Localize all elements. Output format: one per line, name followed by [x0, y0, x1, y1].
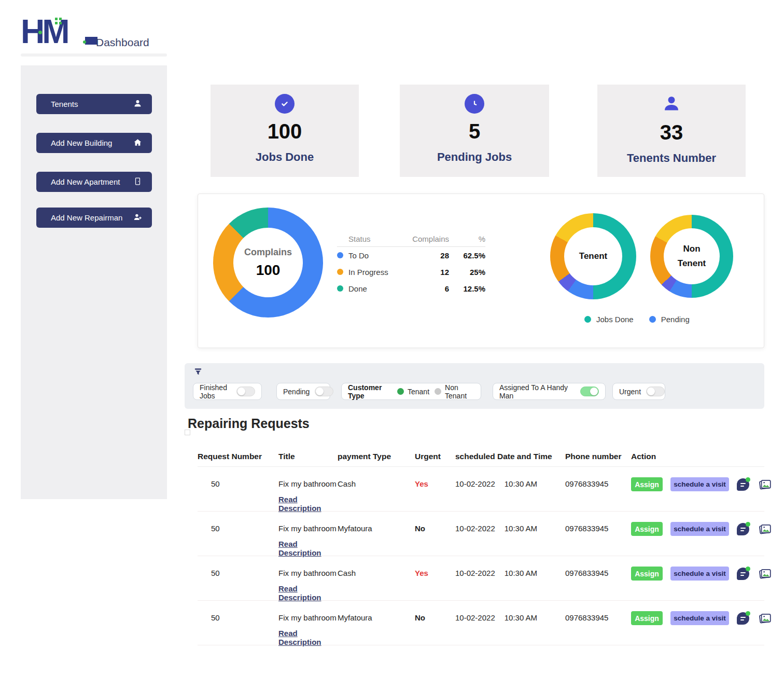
stat-value: 100 [268, 120, 302, 143]
chat-icon[interactable] [737, 522, 750, 535]
header-divider [21, 53, 167, 57]
urgent-toggle[interactable] [646, 387, 665, 396]
charts-panel: Complains 100 Status Complains % To Do 2… [198, 194, 764, 348]
chat-icon[interactable] [737, 611, 750, 625]
assign-button[interactable]: Assign [631, 477, 663, 491]
radio-tenant[interactable]: Tenant [397, 388, 429, 396]
image-icon[interactable] [758, 611, 773, 627]
legend-percent: 62.5% [449, 251, 485, 260]
stat-card-pending-jobs: 5 Pending Jobs [400, 85, 549, 177]
assign-button[interactable]: Assign [631, 567, 663, 581]
app-logo: HM [21, 11, 99, 52]
table-row: 50 Fix my bathroom Read Description Myfa… [198, 512, 764, 556]
image-icon[interactable] [758, 567, 773, 583]
pending-toggle[interactable] [315, 387, 333, 396]
radio-non-tenant[interactable]: Non Tenant [435, 383, 474, 400]
sidebar-item-label: Add New Apartment [51, 177, 120, 186]
legend-value: 6 [404, 284, 449, 293]
tenent-donut-chart: Tenent [550, 213, 636, 299]
sidebar-item-label: Add New Repairman [51, 213, 122, 222]
person-add-icon [133, 212, 143, 224]
pending-dot [649, 316, 656, 323]
legend-row: In Progress 12 25% [337, 264, 485, 280]
legend-value: 28 [404, 251, 449, 260]
assign-button[interactable]: Assign [631, 611, 663, 625]
sidebar-item-add-new-repairman[interactable]: Add New Repairman [36, 208, 152, 228]
filter-label: Assigned To A Handy Man [499, 383, 575, 400]
home-icon [133, 137, 143, 149]
legend-col-status: Status [337, 234, 404, 243]
legend-label: To Do [348, 251, 369, 260]
table-checkbox[interactable] [185, 430, 190, 435]
image-icon[interactable] [758, 477, 773, 493]
legend-percent: 12.5% [449, 284, 485, 293]
finished-jobs-toggle[interactable] [236, 387, 255, 396]
col-scheduled: scheduled Date and Time [455, 452, 565, 461]
scheduled-time: 10:30 AM [505, 613, 537, 622]
filter-label: Pending [283, 388, 310, 396]
complains-donut-chart: Complains 100 [213, 208, 323, 318]
legend-value: 12 [404, 268, 449, 277]
read-description-link[interactable]: Read Description [278, 629, 338, 646]
logo-green-grid [55, 18, 62, 24]
filter-icon[interactable] [193, 367, 203, 377]
request-title: Fix my bathroom [278, 479, 337, 488]
non-tenent-donut-chart: Non Tenent [650, 215, 733, 298]
table-header: Request Number Title payment Type Urgent… [198, 446, 764, 467]
urgent-value: Yes [415, 556, 455, 602]
read-description-link[interactable]: Read Description [278, 584, 338, 602]
legend-percent: 25% [449, 268, 485, 277]
schedule-visit-button[interactable]: schedule a visit [670, 567, 729, 581]
payment-type: Cash [338, 556, 415, 602]
radio-label: Non Tenant [445, 383, 474, 400]
image-icon[interactable] [758, 522, 773, 538]
stat-value: 33 [660, 121, 683, 144]
legend-label: Pending [661, 315, 690, 324]
scheduled-date: 10-02-2022 [455, 613, 495, 622]
sidebar: Tenents Add New Building Add New Apartme… [21, 65, 167, 499]
donut-center-value: 100 [256, 262, 281, 279]
col-title: Title [278, 452, 338, 461]
schedule-visit-button[interactable]: schedule a visit [670, 611, 729, 625]
radio-selected-icon [397, 388, 404, 395]
scheduled-time: 10:30 AM [505, 524, 537, 533]
read-description-link[interactable]: Read Description [278, 540, 338, 557]
donut-center-label: Complains [244, 247, 292, 258]
urgent-value: Yes [415, 467, 455, 513]
scheduled-date: 10-02-2022 [455, 569, 495, 577]
sidebar-item-add-new-building[interactable]: Add New Building [36, 133, 152, 153]
filter-customer-type: Customer Type Tenant Non Tenant [341, 383, 481, 400]
sidebar-item-tenents[interactable]: Tenents [36, 94, 152, 114]
stat-label: Pending Jobs [437, 150, 512, 164]
schedule-visit-button[interactable]: schedule a visit [670, 477, 729, 491]
assign-button[interactable]: Assign [631, 522, 663, 536]
scheduled-time: 10:30 AM [505, 569, 537, 577]
col-payment-type: payment Type [338, 452, 415, 461]
table-row: 50 Fix my bathroom Read Description Cash… [198, 467, 764, 512]
sidebar-item-add-new-apartment[interactable]: Add New Apartment [36, 172, 152, 192]
col-urgent: Urgent [415, 452, 455, 461]
payment-type: Myfatoura [338, 601, 415, 646]
done-dot [337, 285, 343, 292]
stat-label: Tenents Number [627, 151, 716, 165]
logo-green-dot [38, 31, 42, 34]
scheduled-date: 10-02-2022 [455, 524, 495, 533]
legend-row: To Do 28 62.5% [337, 247, 485, 264]
legend-label: Jobs Done [596, 315, 634, 324]
filter-label: Urgent [619, 388, 641, 396]
schedule-visit-button[interactable]: schedule a visit [670, 522, 729, 536]
tenent-donut-label: Tenent [572, 249, 614, 264]
assigned-toggle[interactable] [580, 387, 599, 396]
clock-icon [465, 94, 484, 114]
phone-number: 0976833945 [565, 601, 631, 646]
filter-pending: Pending [276, 383, 330, 400]
chat-icon[interactable] [737, 567, 750, 580]
sidebar-item-label: Add New Building [51, 139, 112, 147]
legend-col-complains: Complains [404, 234, 449, 243]
read-description-link[interactable]: Read Description [278, 495, 338, 513]
chat-icon[interactable] [737, 477, 750, 491]
col-action: Action [631, 452, 764, 461]
phone-number: 0976833945 [565, 556, 631, 602]
stat-card-tenents-number: 33 Tenents Number [597, 85, 746, 177]
filter-label: Finished Jobs [200, 383, 231, 400]
